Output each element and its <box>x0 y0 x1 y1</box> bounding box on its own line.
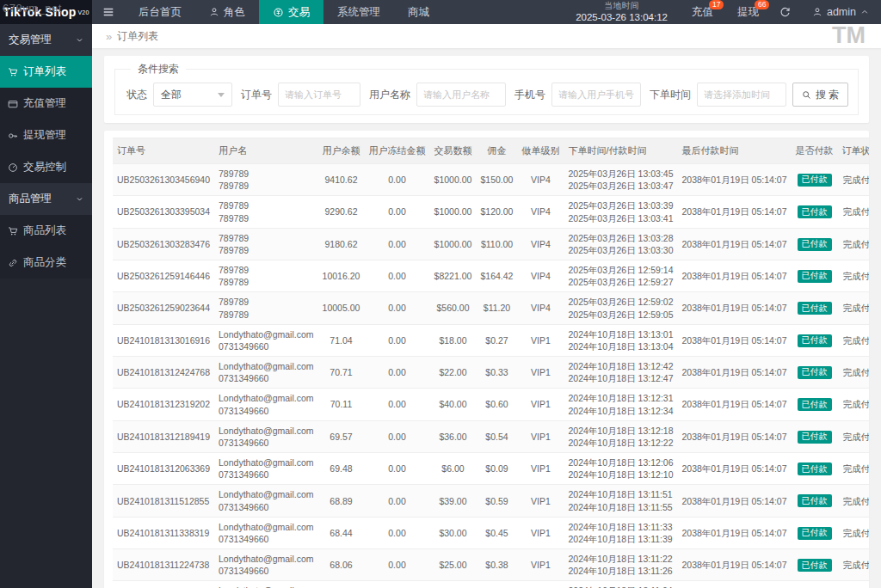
order-status-cell: 完成付款 <box>838 517 870 548</box>
level-cell: VIP4 <box>517 228 564 260</box>
paid-cell: 已付款 <box>792 453 838 485</box>
user-name-line1: 789789 <box>219 264 313 276</box>
last-pay-time-cell: 2038年01月19日 05:14:07 <box>677 196 791 228</box>
phone-label: 手机号 <box>514 88 545 102</box>
local-time-label: 当地时间 <box>576 1 668 12</box>
last-pay-time-cell: 2038年01月19日 05:14:07 <box>677 420 791 452</box>
order-time: 2025年03月26日 13:03:39 <box>568 199 673 211</box>
recharge-link[interactable]: 充值 17 <box>680 0 725 24</box>
sidebar-item-goods-list[interactable]: 商品列表 <box>0 215 92 247</box>
user-name-input[interactable] <box>416 83 506 107</box>
order-list-icon <box>8 67 18 77</box>
status-label: 状态 <box>126 88 147 102</box>
column-header: 订单号 <box>113 138 214 164</box>
search-button[interactable]: 搜 索 <box>792 83 848 107</box>
refresh-icon[interactable] <box>771 7 800 18</box>
user-name-line2: 0731349660 <box>219 340 313 352</box>
order-status-cell: 完成付款 <box>838 164 870 196</box>
order-status-cell: 完成付款 <box>838 228 870 260</box>
user-name-line2: 789789 <box>219 244 313 256</box>
paid-badge: 已付款 <box>798 270 832 283</box>
user-balance-cell: 9180.62 <box>318 228 365 260</box>
admin-menu[interactable]: admin <box>800 6 881 18</box>
order-pay-time-cell: 2025年03月26日 13:03:28 2025年03月26日 13:03:3… <box>564 228 677 260</box>
level-cell: VIP1 <box>517 549 564 581</box>
level-cell: VIP1 <box>517 324 564 356</box>
order-time-input[interactable] <box>697 83 786 107</box>
order-no-cell: UB2410181311512855 <box>113 485 214 517</box>
user-balance-cell: 67.80 <box>318 581 365 588</box>
sidebar-item-recharge[interactable]: 充值管理 <box>0 88 92 119</box>
nav-item-roles[interactable]: 角色 <box>195 0 259 24</box>
search-panel: 条件搜索 状态 全部 订单号 用户名称 手机号 下单时间 <box>104 56 869 123</box>
user-name-cell: 789789 789789 <box>214 196 317 228</box>
frozen-amount-cell: 0.00 <box>365 324 430 356</box>
sidebar-item-label: 商品分类 <box>23 255 66 270</box>
person-icon <box>812 7 822 17</box>
order-status-cell: 完成付款 <box>838 292 870 324</box>
order-no-cell: UB2410181311224738 <box>113 549 214 581</box>
sidebar-item-label: 商品列表 <box>23 224 66 238</box>
user-name-cell: Londythato@gmail.com 0731349660 <box>214 420 317 452</box>
pay-time: 2025年03月26日 13:03:30 <box>568 244 673 256</box>
nav-item-trade[interactable]: 交易 <box>259 0 323 24</box>
user-name-cell: Londythato@gmail.com 0731349660 <box>214 485 317 517</box>
column-header: 交易数额 <box>430 138 477 164</box>
frozen-amount-cell: 0.00 <box>365 196 430 228</box>
nav-item-mall[interactable]: 商城 <box>394 0 443 24</box>
nav-item-system[interactable]: 系统管理 <box>323 0 394 24</box>
pay-time: 2024年10月18日 13:13:04 <box>568 340 673 352</box>
sidebar-item-goods-category[interactable]: 商品分类 <box>0 247 92 279</box>
last-pay-time-cell: 2038年01月19日 05:14:07 <box>677 260 791 292</box>
coin-icon <box>273 7 284 18</box>
sidebar-section-trade[interactable]: 交易管理 <box>0 24 92 56</box>
user-name-line2: 789789 <box>219 212 313 224</box>
table-row: UB2410181313016916 Londythato@gmail.com … <box>113 324 869 356</box>
column-header: 下单时间/付款时间 <box>564 138 677 164</box>
sidebar-item-trade-control[interactable]: 交易控制 <box>0 151 92 183</box>
hamburger-menu-icon[interactable] <box>92 0 125 24</box>
commission-cell: $110.00 <box>477 228 518 260</box>
paid-badge: 已付款 <box>798 302 832 315</box>
status-select[interactable]: 全部 <box>153 83 232 107</box>
frozen-amount-cell: 0.00 <box>365 420 430 452</box>
paid-cell: 已付款 <box>792 228 838 260</box>
order-no-cell: UB2503261259146446 <box>113 260 214 292</box>
table-header-row: 订单号用户名用户余额用户冻结金额交易数额佣金做单级别下单时间/付款时间最后付款时… <box>113 138 869 164</box>
pay-time: 2024年10月18日 13:11:26 <box>568 565 673 577</box>
user-name-cell: 789789 789789 <box>214 164 317 196</box>
watermark-tm: TM <box>832 22 866 49</box>
user-balance-cell: 10016.20 <box>318 260 365 292</box>
user-name-line2: 0731349660 <box>219 501 313 513</box>
sidebar-item-withdraw[interactable]: 提现管理 <box>0 119 92 151</box>
user-balance-cell: 69.48 <box>318 453 365 485</box>
user-balance-cell: 9410.62 <box>318 164 365 196</box>
commission-cell: $0.38 <box>477 549 518 581</box>
trade-amount-cell: $39.00 <box>430 485 477 517</box>
table-row: UB2503261303456940 789789 789789 9410.62… <box>113 164 869 196</box>
paid-cell: 已付款 <box>792 420 838 452</box>
level-cell: VIP1 <box>517 517 564 548</box>
nav-item-dashboard[interactable]: 后台首页 <box>125 0 195 24</box>
user-name-line2: 0731349660 <box>219 405 313 417</box>
withdraw-link[interactable]: 提现 66 <box>725 0 771 24</box>
last-pay-time-cell: 2038年01月19日 05:14:07 <box>677 453 791 485</box>
level-cell: VIP4 <box>517 164 564 196</box>
paid-cell: 已付款 <box>792 581 838 588</box>
breadcrumb-prefix: » <box>106 30 112 43</box>
order-no-input[interactable] <box>278 83 360 107</box>
paid-cell: 已付款 <box>792 324 838 356</box>
order-no-cell: UB2410181311041165 <box>113 581 214 588</box>
user-name-cell: Londythato@gmail.com 0731349660 <box>214 581 317 588</box>
main-area: » 订单列表 条件搜索 状态 全部 订单号 用户名称 手机号 <box>92 0 881 588</box>
sidebar-section-goods[interactable]: 商品管理 <box>0 183 92 215</box>
user-name-cell: Londythato@gmail.com 0731349660 <box>214 324 317 356</box>
user-name-line2: 789789 <box>219 276 313 288</box>
order-status-cell: 完成付款 <box>838 581 870 588</box>
level-cell: VIP1 <box>517 485 564 517</box>
sidebar-item-orders[interactable]: 订单列表 <box>0 56 92 88</box>
phone-input[interactable] <box>551 83 641 107</box>
user-name-line2: 789789 <box>219 180 313 192</box>
user-balance-cell: 70.11 <box>318 389 365 420</box>
chevron-up-icon <box>860 8 869 16</box>
